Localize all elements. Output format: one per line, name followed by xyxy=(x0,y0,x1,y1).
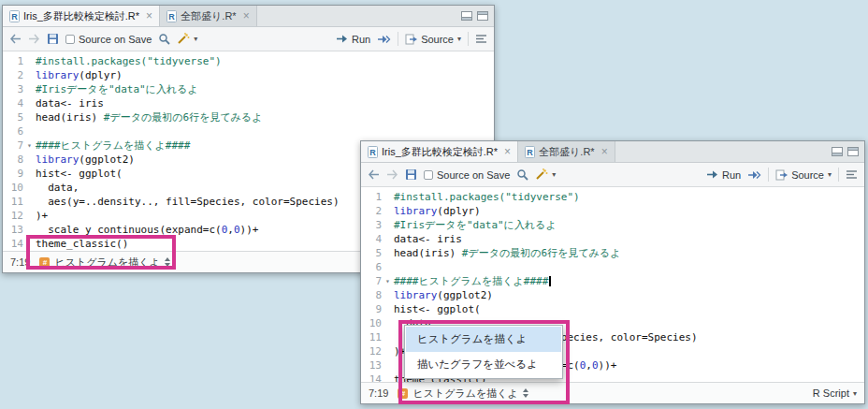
search-icon[interactable] xyxy=(516,168,528,181)
minimize-icon[interactable] xyxy=(832,147,843,156)
code-line[interactable]: 5head(iris) #データの最初の6行を見てみるよ xyxy=(361,246,864,260)
checkbox-icon[interactable] xyxy=(424,170,433,180)
fold-icon[interactable]: ▾ xyxy=(23,139,36,153)
line-number[interactable]: 5 xyxy=(361,246,382,260)
file-type-dropdown[interactable]: R Script ▾ xyxy=(813,387,857,399)
line-number[interactable]: 1 xyxy=(361,190,382,204)
code-line[interactable]: 9hist<- ggplot( xyxy=(361,302,864,316)
section-nav-dropdown[interactable]: # ヒストグラムを描くよ xyxy=(39,256,169,270)
line-number[interactable]: 11 xyxy=(361,330,382,344)
run-button[interactable]: Run xyxy=(336,34,370,45)
popup-item[interactable]: ヒストグラムを描くよ xyxy=(406,327,561,352)
code-line[interactable]: 3#Irisデータを"data"に入れるよ xyxy=(361,218,864,232)
file-type-label: R Script xyxy=(813,387,849,399)
source-on-save-checkbox[interactable]: Source on Save xyxy=(65,34,152,45)
code-line[interactable]: 7▾####ヒストグラムを描くよ#### xyxy=(361,274,864,288)
fold-gutter xyxy=(23,209,36,223)
close-icon[interactable]: × xyxy=(243,10,250,22)
line-number[interactable]: 2 xyxy=(361,204,382,218)
code-line[interactable]: 3#Irisデータを"data"に入れるよ xyxy=(3,82,494,96)
tab-zenbumori-script[interactable]: R 全部盛り.R* × xyxy=(518,141,615,162)
code-line[interactable]: 2library(dplyr) xyxy=(3,68,494,82)
tab-iris-script[interactable]: R Iris_多群比較検定検討.R* × xyxy=(361,141,518,162)
window-buttons xyxy=(456,6,494,26)
line-number[interactable]: 3 xyxy=(361,218,382,232)
line-number[interactable]: 12 xyxy=(3,209,23,223)
back-icon[interactable] xyxy=(9,34,22,44)
maximize-icon[interactable] xyxy=(847,147,859,156)
back-icon[interactable] xyxy=(368,169,380,180)
line-number[interactable]: 4 xyxy=(361,232,382,246)
line-number[interactable]: 8 xyxy=(3,153,23,167)
close-icon[interactable]: × xyxy=(146,10,152,22)
cursor-position[interactable]: 7:19 xyxy=(369,387,388,399)
section-nav-dropdown[interactable]: # ヒストグラムを描くよ xyxy=(398,387,528,401)
fold-icon[interactable]: ▾ xyxy=(382,274,394,288)
line-number[interactable]: 2 xyxy=(3,68,23,82)
line-number[interactable]: 4 xyxy=(3,96,23,110)
line-number[interactable]: 8 xyxy=(361,288,382,302)
search-icon[interactable] xyxy=(158,33,170,45)
fold-gutter xyxy=(23,124,36,139)
source-button[interactable]: Source▾ xyxy=(775,169,832,181)
source-on-save-checkbox[interactable]: Source on Save xyxy=(424,169,510,181)
line-number[interactable]: 10 xyxy=(3,181,23,195)
code-tools-wand-icon[interactable]: ▾ xyxy=(177,33,197,45)
line-number[interactable]: 7 xyxy=(361,274,382,288)
outline-icon[interactable] xyxy=(846,169,858,180)
line-number[interactable]: 6 xyxy=(361,260,382,274)
line-number[interactable]: 12 xyxy=(361,344,382,358)
run-button[interactable]: Run xyxy=(706,169,741,181)
code-line[interactable]: 6 xyxy=(361,260,864,274)
line-number[interactable]: 3 xyxy=(3,82,23,96)
fold-gutter xyxy=(23,68,36,82)
code-tools-wand-icon[interactable]: ▾ xyxy=(535,168,556,181)
line-number[interactable]: 13 xyxy=(361,358,382,372)
code-line[interactable]: 5head(iris) #データの最初の6行を見てみるよ xyxy=(3,110,494,124)
outline-icon[interactable] xyxy=(475,34,487,44)
code-line[interactable]: 4data<- iris xyxy=(3,96,494,110)
line-number[interactable]: 14 xyxy=(3,237,23,251)
minimize-icon[interactable] xyxy=(461,11,472,21)
line-number[interactable]: 9 xyxy=(3,167,23,181)
line-number[interactable]: 9 xyxy=(361,302,382,316)
close-icon[interactable]: × xyxy=(601,146,608,157)
forward-icon[interactable] xyxy=(28,34,40,44)
maximize-icon[interactable] xyxy=(477,11,488,21)
source-button[interactable]: Source▾ xyxy=(405,34,461,45)
checkbox-icon[interactable] xyxy=(65,35,75,44)
svg-text:R: R xyxy=(168,12,175,22)
tab-zenbumori-script[interactable]: R 全部盛り.R* × xyxy=(160,6,257,26)
tab-label: 全部盛り.R* xyxy=(539,145,595,159)
code-text: scale_y_continuous(expand=c(0,0))+ xyxy=(36,223,258,237)
tab-bar: R Iris_多群比較検定検討.R* × R 全部盛り.R* × xyxy=(361,141,864,163)
line-number[interactable]: 6 xyxy=(3,124,23,139)
popup-item[interactable]: 描いたグラフを並べるよ xyxy=(406,352,561,377)
code-line[interactable]: 1#install.packages("tidyverse") xyxy=(361,190,864,204)
line-number[interactable]: 14 xyxy=(361,372,382,382)
code-line[interactable]: 8library(ggplot2) xyxy=(361,288,864,302)
chevron-down-icon: ▾ xyxy=(552,170,556,179)
cursor-position[interactable]: 7:19 xyxy=(10,256,30,268)
line-number[interactable]: 13 xyxy=(3,223,23,237)
rerun-icon[interactable] xyxy=(747,169,761,181)
save-icon[interactable] xyxy=(405,168,417,181)
rerun-icon[interactable] xyxy=(377,34,391,45)
line-number[interactable]: 5 xyxy=(3,110,23,124)
close-icon[interactable]: × xyxy=(504,146,511,157)
code-line[interactable]: 1#install.packages("tidyverse") xyxy=(3,54,494,68)
line-number[interactable]: 1 xyxy=(3,54,23,68)
tab-iris-script[interactable]: R Iris_多群比較検定検討.R* × xyxy=(3,6,160,26)
line-number[interactable]: 10 xyxy=(361,316,382,330)
fold-gutter xyxy=(382,316,394,330)
section-nav-label: ヒストグラムを描くよ xyxy=(54,256,159,270)
code-line[interactable]: 2library(dplyr) xyxy=(361,204,864,218)
code-line[interactable]: 6 xyxy=(3,124,494,139)
line-number[interactable]: 11 xyxy=(3,195,23,209)
line-number[interactable]: 7 xyxy=(3,139,23,153)
code-line[interactable]: 4data<- iris xyxy=(361,232,864,246)
forward-icon[interactable] xyxy=(386,169,398,180)
save-icon[interactable] xyxy=(47,33,59,45)
run-arrow-icon xyxy=(336,34,349,44)
toolbar-divider xyxy=(468,32,469,46)
